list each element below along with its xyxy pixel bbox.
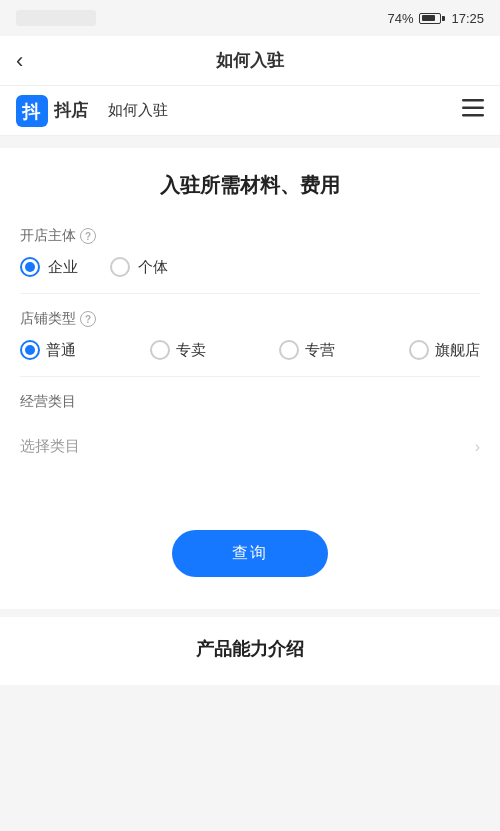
- radio-normal-label: 普通: [46, 341, 76, 360]
- radio-individual-label: 个体: [138, 258, 168, 277]
- time-label: 17:25: [451, 11, 484, 26]
- nav-bar: ‹ 如何入驻: [0, 36, 500, 86]
- radio-flagship[interactable]: 旗舰店: [409, 340, 480, 360]
- radio-specialized-label: 专营: [305, 341, 335, 360]
- store-owner-section: 开店主体 ? 企业 个体: [20, 227, 480, 277]
- svg-rect-3: [462, 107, 484, 110]
- radio-flagship-label: 旗舰店: [435, 341, 480, 360]
- radio-enterprise-label: 企业: [48, 258, 78, 277]
- divider-2: [20, 376, 480, 377]
- radio-individual[interactable]: 个体: [110, 257, 168, 277]
- radio-individual-circle: [110, 257, 130, 277]
- store-owner-help-icon[interactable]: ?: [80, 228, 96, 244]
- brand-subtitle-label: 如何入驻: [108, 101, 168, 120]
- category-selector[interactable]: 选择类目 ›: [20, 423, 480, 470]
- store-type-radio-group: 普通 专卖 专营 旗舰店: [20, 340, 480, 360]
- svg-rect-4: [462, 114, 484, 117]
- radio-specialized-circle: [279, 340, 299, 360]
- store-type-label: 店铺类型 ?: [20, 310, 480, 328]
- menu-icon[interactable]: [462, 99, 484, 122]
- category-section: 经营类目 选择类目 ›: [20, 393, 480, 470]
- brand-logo-icon: 抖: [16, 95, 48, 127]
- brand-bar: 抖 抖店 如何入驻: [0, 86, 500, 136]
- main-content: 入驻所需材料、费用 开店主体 ? 企业 个体 店铺类型 ? 普通: [0, 148, 500, 502]
- brand-name-label: 抖店: [54, 99, 88, 122]
- carrier-label: [16, 10, 96, 26]
- radio-normal[interactable]: 普通: [20, 340, 76, 360]
- section-title: 入驻所需材料、费用: [20, 172, 480, 199]
- chevron-right-icon: ›: [475, 438, 480, 456]
- radio-exclusive-circle: [150, 340, 170, 360]
- status-bar-right: 74% 17:25: [387, 11, 484, 26]
- store-type-section: 店铺类型 ? 普通 专卖 专营 旗舰店: [20, 310, 480, 360]
- radio-enterprise-circle: [20, 257, 40, 277]
- divider-1: [20, 293, 480, 294]
- query-button[interactable]: 查询: [172, 530, 328, 577]
- nav-title: 如何入驻: [216, 49, 284, 72]
- battery-icon: [419, 13, 445, 24]
- bottom-title: 产品能力介绍: [196, 639, 304, 659]
- radio-enterprise[interactable]: 企业: [20, 257, 78, 277]
- radio-exclusive[interactable]: 专卖: [150, 340, 206, 360]
- radio-normal-circle: [20, 340, 40, 360]
- brand-left: 抖 抖店 如何入驻: [16, 95, 168, 127]
- radio-flagship-circle: [409, 340, 429, 360]
- category-placeholder: 选择类目: [20, 437, 80, 456]
- store-owner-label: 开店主体 ?: [20, 227, 480, 245]
- battery-percent: 74%: [387, 11, 413, 26]
- radio-exclusive-label: 专卖: [176, 341, 206, 360]
- radio-specialized[interactable]: 专营: [279, 340, 335, 360]
- bottom-section: 产品能力介绍: [0, 617, 500, 685]
- query-section: 查询: [0, 502, 500, 609]
- category-label: 经营类目: [20, 393, 480, 411]
- status-bar: 74% 17:25: [0, 0, 500, 36]
- back-button[interactable]: ‹: [16, 50, 23, 72]
- svg-text:抖: 抖: [21, 102, 41, 122]
- store-owner-radio-group: 企业 个体: [20, 257, 480, 277]
- store-type-help-icon[interactable]: ?: [80, 311, 96, 327]
- svg-rect-2: [462, 99, 484, 102]
